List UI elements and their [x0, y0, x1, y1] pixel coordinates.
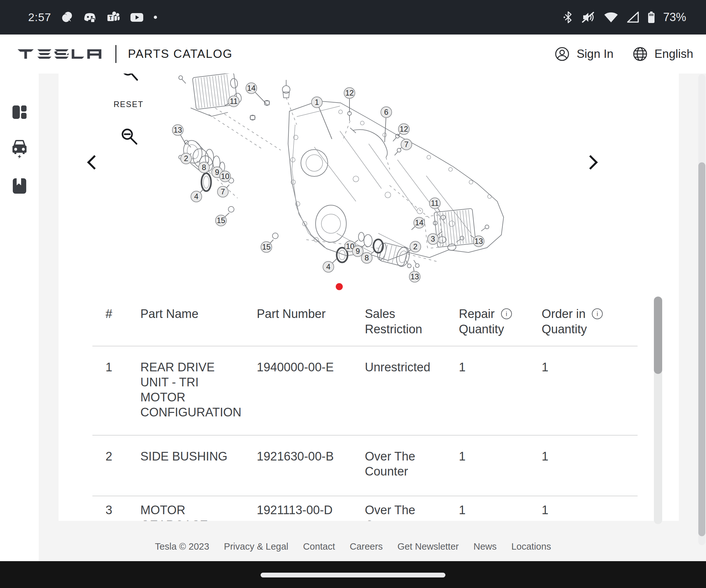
sign-in-label: Sign In	[577, 47, 613, 61]
language-label: English	[655, 47, 693, 61]
row-part-name: REAR DRIVE UNIT - TRI MOTOR CONFIGURATIO…	[141, 360, 257, 435]
row-sales-restriction: Over The Counter	[365, 503, 459, 521]
globe-icon	[633, 47, 648, 61]
bluetooth-icon	[563, 11, 573, 23]
part-callouts[interactable]: 141111261271328910471515111431310982413	[172, 83, 484, 282]
row-order-qty: 1	[542, 503, 637, 521]
svg-text:10: 10	[221, 172, 230, 180]
android-status-bar: 2:57 T	[0, 0, 706, 35]
row-order-qty: 1	[542, 449, 637, 496]
discord-icon	[83, 11, 96, 24]
language-button[interactable]: English	[633, 47, 693, 61]
carousel-dot[interactable]	[336, 283, 343, 290]
svg-text:T: T	[109, 15, 112, 21]
reset-button[interactable]: RESET	[102, 100, 155, 109]
row-repair-qty: 1	[459, 360, 542, 435]
order-quantity-info-icon[interactable]: i	[592, 308, 603, 319]
svg-text:2: 2	[184, 154, 188, 163]
row-sales-restriction: Unrestricted	[365, 360, 459, 435]
page-title: PARTS CATALOG	[128, 47, 233, 61]
sidebar-item-vehicle[interactable]	[0, 140, 39, 159]
row-order-qty: 1	[542, 360, 637, 435]
svg-text:15: 15	[217, 216, 226, 225]
col-header-order-quantity: Order in i Quantity	[542, 306, 637, 346]
footer-link[interactable]: Get Newsletter	[397, 541, 459, 552]
svg-text:13: 13	[410, 272, 419, 281]
row-part-number: 1940000-00-E	[257, 360, 365, 435]
sidebar-item-catalog[interactable]	[0, 106, 39, 119]
home-indicator[interactable]	[261, 573, 445, 578]
catalog-panel: 141111261271328910471515111431310982413 …	[58, 74, 679, 521]
svg-text:4: 4	[194, 192, 198, 201]
svg-text:11: 11	[431, 199, 439, 207]
svg-text:14: 14	[415, 218, 424, 227]
col-header-repair-quantity: Repair i Quantity	[459, 306, 542, 346]
row-part-number: 1921113-00-D	[257, 503, 365, 521]
app-header: PARTS CATALOG Sign In English	[0, 35, 706, 74]
row-part-name: MOTOR GEARCASE	[141, 503, 257, 521]
footer-link[interactable]: Locations	[511, 541, 551, 552]
parts-table: # Part Name Part Number Sales Restrictio…	[92, 302, 637, 521]
svg-text:1: 1	[315, 98, 319, 107]
shaft-seal-left	[201, 173, 211, 191]
table-header-row: # Part Name Part Number Sales Restrictio…	[92, 302, 637, 346]
repair-quantity-info-icon[interactable]: i	[501, 308, 512, 319]
oil-cooler-right	[424, 208, 476, 253]
table-row[interactable]: 3 MOTOR GEARCASE 1921113-00-D Over The C…	[92, 496, 637, 521]
footer-link[interactable]: Careers	[350, 541, 383, 552]
left-sidebar	[0, 74, 39, 561]
messages-icon	[61, 11, 74, 24]
battery-icon	[648, 11, 655, 23]
sign-in-button[interactable]: Sign In	[555, 47, 613, 61]
table-row[interactable]: 1 REAR DRIVE UNIT - TRI MOTOR CONFIGURAT…	[92, 346, 637, 435]
footer: Tesla © 2023Privacy & LegalContactCareer…	[0, 541, 706, 552]
row-num: 3	[92, 503, 141, 521]
col-header-part-number: Part Number	[257, 306, 365, 346]
ev-car-icon	[12, 140, 27, 159]
battery-percent: 73%	[663, 10, 686, 24]
mute-icon	[581, 11, 595, 23]
svg-text:8: 8	[202, 163, 206, 172]
book-icon	[13, 178, 26, 194]
youtube-icon	[130, 11, 144, 24]
svg-text:6: 6	[384, 108, 388, 116]
svg-text:7: 7	[221, 187, 225, 196]
footer-link[interactable]: Tesla © 2023	[155, 541, 209, 552]
row-num: 1	[92, 360, 141, 435]
row-repair-qty: 1	[459, 449, 542, 496]
page-scrollbar-thumb[interactable]	[698, 162, 705, 536]
sidebar-item-manual[interactable]	[0, 178, 39, 194]
table-scrollbar-thumb[interactable]	[654, 297, 662, 374]
footer-link[interactable]: Privacy & Legal	[224, 541, 288, 552]
header-divider	[115, 45, 116, 63]
cell-signal-icon	[627, 11, 639, 23]
footer-link[interactable]: News	[474, 541, 497, 552]
col-header-part-name: Part Name	[141, 306, 257, 346]
row-num: 2	[92, 449, 141, 496]
svg-text:11: 11	[230, 97, 238, 106]
svg-text:9: 9	[356, 247, 360, 255]
wifi-icon	[604, 11, 618, 23]
catalog-layout-icon	[12, 106, 27, 119]
tesla-wordmark-icon	[17, 49, 101, 59]
row-part-name: SIDE BUSHING	[141, 449, 257, 496]
svg-text:3: 3	[431, 235, 435, 243]
teams-icon: T	[106, 11, 120, 24]
tesla-logo[interactable]	[17, 45, 128, 63]
svg-text:8: 8	[364, 253, 369, 262]
zoom-in-icon[interactable]	[123, 74, 137, 80]
row-part-number: 1921630-00-B	[257, 449, 365, 496]
svg-text:13: 13	[173, 126, 182, 134]
col-header-sales-restriction: Sales Restriction	[365, 306, 459, 346]
svg-text:12: 12	[345, 88, 354, 97]
svg-text:15: 15	[262, 243, 271, 251]
table-row[interactable]: 2 SIDE BUSHING 1921630-00-B Over The Cou…	[92, 435, 637, 496]
zoom-out-icon[interactable]	[122, 129, 136, 144]
svg-text:9: 9	[215, 168, 219, 176]
person-icon	[555, 47, 570, 61]
svg-text:7: 7	[404, 140, 408, 149]
clock: 2:57	[28, 11, 51, 24]
svg-text:13: 13	[474, 237, 483, 245]
footer-link[interactable]: Contact	[303, 541, 335, 552]
svg-text:2: 2	[413, 242, 417, 251]
